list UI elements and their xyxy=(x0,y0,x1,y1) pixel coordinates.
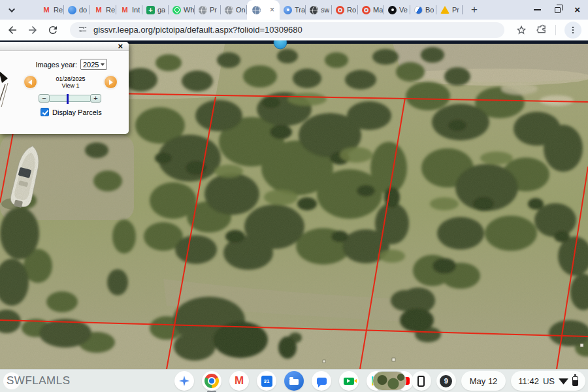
tabs: Re do Re Int ga Wh Pr On × Tra sw Ro Ma … xyxy=(38,0,463,20)
notification-button[interactable]: 9 xyxy=(436,371,456,391)
address-bar[interactable]: gissvr.leepa.org/pictoipa/default.aspx?f… xyxy=(70,22,504,38)
shelf: SWFLAMLS 9 May 12 11:42 US xyxy=(0,369,588,392)
whatsapp-icon xyxy=(172,6,181,14)
zoom-in-button[interactable]: + xyxy=(90,94,101,103)
close-window-button[interactable]: × xyxy=(574,5,580,14)
reload-icon[interactable] xyxy=(47,24,59,36)
zoom-slider-row: − + xyxy=(39,94,129,103)
image-viewer-panel: × Images year: 2025 01/28/2025 View 1 − xyxy=(0,42,129,134)
right-arrow-icon xyxy=(109,80,113,85)
toolbar-separator xyxy=(555,25,556,35)
zoom-slider-thumb[interactable] xyxy=(67,94,69,104)
panel-header[interactable]: × xyxy=(0,42,129,51)
tab-search-chevron-icon[interactable] xyxy=(5,3,20,17)
back-icon[interactable] xyxy=(7,24,18,36)
launcher-button[interactable] xyxy=(174,371,194,391)
panel-close-icon[interactable]: × xyxy=(118,42,123,50)
black-dot-icon xyxy=(388,6,397,14)
forward-icon[interactable] xyxy=(27,24,39,36)
view-number: View 1 xyxy=(38,82,103,89)
screenshot-thumbnail[interactable] xyxy=(372,371,406,391)
earth-globe-icon xyxy=(252,6,261,14)
meet-camera-icon xyxy=(344,378,354,385)
tab-docs[interactable]: do xyxy=(64,0,90,20)
tab-gmail-2[interactable]: Re xyxy=(90,0,116,20)
tab-sheets[interactable]: ga xyxy=(142,0,169,20)
images-year-value: 2025 xyxy=(83,61,99,69)
battery-icon xyxy=(572,376,578,386)
tab-active-leepa[interactable]: × xyxy=(247,0,280,20)
chrome-app-button[interactable] xyxy=(202,371,221,391)
calendar-icon xyxy=(261,376,272,387)
left-arrow-icon xyxy=(28,80,32,85)
browser-menu-button[interactable] xyxy=(564,22,581,39)
tab-pr[interactable]: Pr xyxy=(195,0,221,20)
globe-icon xyxy=(199,6,207,14)
tab-ve[interactable]: Ve xyxy=(384,0,410,20)
display-parcels-row: Display Parcels xyxy=(41,108,129,116)
chrome-icon xyxy=(204,374,219,388)
watermark-text: SWFLAMLS xyxy=(7,374,71,387)
display-parcels-checkbox[interactable] xyxy=(41,108,49,116)
view-info: 01/28/2025 View 1 xyxy=(38,75,103,89)
globe-icon xyxy=(225,6,233,14)
tab-gmail-3[interactable]: Int xyxy=(116,0,142,20)
page-content: × Images year: 2025 01/28/2025 View 1 − xyxy=(0,41,588,369)
tab-on[interactable]: On xyxy=(221,0,247,20)
next-view-button[interactable] xyxy=(105,76,117,88)
tab-gmail-1[interactable]: Re xyxy=(38,0,64,20)
tab-bo[interactable]: Bo xyxy=(410,0,436,20)
date-text: May 12 xyxy=(470,376,498,386)
meet-app-button[interactable] xyxy=(339,371,359,391)
select-chevron-icon xyxy=(101,63,105,66)
images-year-select[interactable]: 2025 xyxy=(80,59,107,70)
new-tab-button[interactable]: + xyxy=(466,2,482,18)
tab-sw[interactable]: sw xyxy=(306,0,332,20)
phone-hub-button[interactable] xyxy=(412,371,431,391)
tab-tra[interactable]: Tra xyxy=(280,0,306,20)
phone-icon xyxy=(417,376,425,387)
zoom-slider-track[interactable] xyxy=(50,95,90,102)
status-tray: 9 May 12 11:42 US xyxy=(372,371,585,391)
gmail-icon xyxy=(120,5,129,14)
clock-text: 11:42 xyxy=(518,376,539,386)
translate-icon xyxy=(284,6,292,14)
extensions-icon[interactable] xyxy=(536,24,547,35)
blue-swirl-icon xyxy=(414,6,423,14)
tab-pr2[interactable]: Pr xyxy=(436,0,463,20)
previous-view-button[interactable] xyxy=(24,76,37,88)
sheets-icon xyxy=(146,6,155,14)
wifi-icon xyxy=(559,378,568,385)
tab-strip: Re do Re Int ga Wh Pr On × Tra sw Ro Ma … xyxy=(0,0,588,20)
tab-ma[interactable]: Ma xyxy=(358,0,384,20)
minimize-button[interactable] xyxy=(534,9,541,10)
bookmark-star-icon[interactable] xyxy=(515,24,527,36)
files-app-button[interactable] xyxy=(284,371,304,391)
calendar-app-button[interactable] xyxy=(257,371,276,391)
url-text: gissvr.leepa.org/pictoipa/default.aspx?f… xyxy=(93,25,302,35)
images-year-label: Images year: xyxy=(35,61,77,69)
three-dot-menu-icon xyxy=(568,25,578,35)
chat-app-button[interactable] xyxy=(312,371,331,391)
restore-button[interactable] xyxy=(555,7,561,13)
tab-whatsapp[interactable]: Wh xyxy=(169,0,195,20)
dark-globe-icon xyxy=(310,6,318,14)
browser-toolbar: gissvr.leepa.org/pictoipa/default.aspx?f… xyxy=(0,20,588,41)
red-ring-icon xyxy=(362,6,370,14)
gmail-icon xyxy=(94,5,103,14)
red-ring-icon xyxy=(336,6,344,14)
site-info-icon[interactable] xyxy=(78,25,88,35)
tab-ro[interactable]: Ro xyxy=(332,0,358,20)
gmail-icon xyxy=(42,5,51,14)
launcher-star-icon xyxy=(179,376,189,386)
input-method-label: US xyxy=(543,376,555,386)
zoom-out-button[interactable]: − xyxy=(39,94,50,103)
notification-count-badge: 9 xyxy=(440,375,452,387)
date-button[interactable]: May 12 xyxy=(461,371,506,391)
image-date: 01/28/2025 xyxy=(38,76,103,82)
tab-close-icon[interactable]: × xyxy=(270,6,274,14)
folder-icon xyxy=(289,379,299,385)
gmail-app-button[interactable] xyxy=(229,371,249,391)
view-navigation-row: 01/28/2025 View 1 xyxy=(0,75,129,90)
quick-settings-button[interactable]: 11:42 US xyxy=(511,371,585,391)
